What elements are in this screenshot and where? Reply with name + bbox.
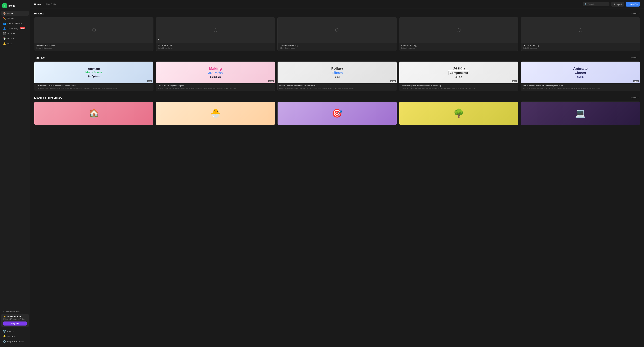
sidebar-item-my-files[interactable]: ✏️ My files bbox=[1, 16, 29, 21]
recent-name-1: 3d card - Portal bbox=[158, 44, 273, 47]
sidebar-logo[interactable]: i ilango bbox=[0, 2, 30, 11]
sidebar-bottom: + Create new team ⚡ Activate Super Unloc… bbox=[0, 309, 30, 345]
sidebar-label-inbox: Inbox bbox=[7, 42, 12, 45]
content-area: Recents View All → ⬡ Macbook Pro - Copy … bbox=[30, 9, 644, 347]
upgrade-button[interactable]: Upgrade bbox=[3, 321, 27, 325]
sidebar-item-home[interactable]: 🏠 Home bbox=[1, 11, 29, 16]
tutorial-card-4[interactable]: Animate Clones (in 3d) 24:52 How to anim… bbox=[521, 61, 640, 91]
sidebar-item-archive[interactable]: 🗑️ Archive bbox=[1, 329, 29, 334]
recent-thumb-1: ⬡ ✦ bbox=[156, 18, 275, 43]
recent-card-2[interactable]: ⬡ Macbook Pro - Copy Edited 6 months ago bbox=[278, 17, 397, 51]
create-team-label: + Create new team bbox=[3, 310, 20, 313]
tutorials-section: Tutorials View All → AnimateMulti-Scene(… bbox=[34, 56, 640, 91]
tutorial-thumb-1: Making 3D Paths (in Spline) 56:33 bbox=[156, 62, 275, 83]
logo-icon: i bbox=[2, 3, 7, 8]
activate-super-panel: ⚡ Activate Super Unlock all features on … bbox=[1, 314, 29, 327]
cube-icon-3: ⬡ bbox=[457, 27, 461, 33]
tutorial-desc-0: Hello! In this tutorial, you will learn … bbox=[36, 87, 152, 89]
recent-thumb-0: ⬡ bbox=[34, 18, 153, 43]
recent-name-4: Colorbox 2 - Copy bbox=[523, 44, 638, 47]
header-right: 🔍 ⬇ Import + New File bbox=[582, 2, 640, 7]
sidebar-item-updates[interactable]: ⭐ Updates bbox=[1, 334, 29, 339]
sidebar-label-community: Community bbox=[7, 27, 18, 30]
inbox-icon: 🔔 bbox=[3, 42, 6, 45]
recents-header: Recents View All → bbox=[34, 12, 640, 15]
tutorial-card-1[interactable]: Making 3D Paths (in Spline) 56:33 How to… bbox=[156, 61, 275, 91]
tutorial-card-0[interactable]: AnimateMulti-Scene(in Spline) 18:08 How … bbox=[34, 61, 154, 91]
library-card-4[interactable]: 💻 bbox=[521, 102, 640, 125]
library-grid: 🏠 🐣 🎯 🌳 bbox=[34, 102, 640, 125]
page-title: Home bbox=[34, 3, 41, 6]
recent-name-0: Macbook Pro - Copy bbox=[36, 44, 151, 47]
shared-icon: 👥 bbox=[3, 22, 6, 25]
sidebar-item-tutorials[interactable]: 🎬 Tutorials bbox=[1, 31, 29, 36]
home-icon: 🏠 bbox=[3, 12, 6, 15]
import-icon: ⬇ bbox=[614, 3, 615, 6]
super-icon: ⚡ bbox=[3, 315, 6, 318]
recent-date-1: Edited 2 months ago bbox=[158, 47, 273, 49]
recent-card-4[interactable]: ⬡ Colorbox 2 - Copy Edited 2 years ago bbox=[521, 17, 640, 51]
tutorial-card-2[interactable]: Follow Effects (in 3d) 06:18 How to crea… bbox=[278, 61, 397, 91]
library-card-2[interactable]: 🎯 bbox=[278, 102, 397, 125]
sidebar-item-community[interactable]: 👤 Community New! bbox=[1, 26, 29, 31]
sidebar-navigation: 🏠 Home ✏️ My files 👥 Shared with me 👤 Co… bbox=[0, 11, 30, 309]
recent-card-1[interactable]: ⬡ ✦ 3d card - Portal Edited 2 months ago bbox=[156, 17, 275, 51]
library-section: Examples From Library View All → 🏠 🐣 bbox=[34, 96, 640, 125]
cube-icon-1: ⬡ bbox=[214, 27, 218, 33]
recent-thumb-2: ⬡ bbox=[278, 18, 396, 43]
new-file-button[interactable]: + New File bbox=[626, 2, 640, 7]
activate-super-title: ⚡ Activate Super bbox=[3, 315, 27, 318]
cube-icon-4: ⬡ bbox=[578, 27, 582, 33]
tutorial-duration-0: 18:08 bbox=[147, 80, 152, 82]
recent-card-3[interactable]: ⬡ Colorbox 2 - Copy Edited 2 years ago bbox=[399, 17, 518, 51]
help-icon: ⚙️ bbox=[3, 340, 6, 343]
library-card-1[interactable]: 🐣 bbox=[156, 102, 275, 125]
updates-icon: ⭐ bbox=[3, 335, 6, 338]
library-icon: 📚 bbox=[3, 37, 6, 40]
search-box[interactable]: 🔍 bbox=[582, 2, 610, 6]
sidebar: i ilango 🏠 Home ✏️ My files 👥 Shared wit… bbox=[0, 0, 30, 347]
tutorial-title-4: How to animate clones for 3D motion grap… bbox=[522, 85, 638, 87]
sidebar-label-archive: Archive bbox=[7, 330, 14, 333]
recents-view-all[interactable]: View All → bbox=[630, 13, 640, 15]
tutorial-title-0: How to create 3d multi-scenes and import… bbox=[36, 85, 152, 87]
tutorial-title-1: How to create 3d paths in Spline bbox=[158, 85, 273, 87]
sidebar-item-inbox[interactable]: 🔔 Inbox bbox=[1, 41, 29, 46]
tutorials-view-all[interactable]: View All → bbox=[630, 57, 640, 59]
library-view-all[interactable]: View All → bbox=[630, 97, 640, 99]
tutorials-header: Tutorials View All → bbox=[34, 56, 640, 59]
sidebar-label-shared: Shared with me bbox=[7, 22, 22, 25]
sidebar-item-library[interactable]: 📚 Library bbox=[1, 36, 29, 41]
search-input[interactable] bbox=[588, 3, 608, 6]
library-header: Examples From Library View All → bbox=[34, 96, 640, 99]
recent-card-0[interactable]: ⬡ Macbook Pro - Copy Edited 2 minutes ag… bbox=[34, 17, 154, 51]
recent-date-3: Edited 2 years ago bbox=[401, 47, 516, 49]
header-left: Home + New Folder bbox=[34, 3, 58, 6]
import-button[interactable]: ⬇ Import bbox=[611, 2, 624, 7]
community-badge: New! bbox=[20, 27, 26, 29]
tutorials-icon: 🎬 bbox=[3, 32, 6, 35]
create-team-button[interactable]: + Create new team bbox=[1, 309, 29, 314]
library-icon-2: 🎯 bbox=[332, 108, 342, 118]
tutorial-duration-2: 06:18 bbox=[390, 80, 396, 82]
tutorial-card-3[interactable]: Design Components (in 3d) 14:51 How to d… bbox=[399, 61, 518, 91]
recents-grid: ⬡ Macbook Pro - Copy Edited 2 minutes ag… bbox=[34, 17, 640, 51]
edit-icon: ✏️ bbox=[3, 17, 6, 20]
new-folder-button[interactable]: + New Folder bbox=[43, 3, 58, 6]
tutorial-thumb-2: Follow Effects (in 3d) 06:18 bbox=[278, 62, 396, 83]
activate-super-subtitle: Unlock all features on Spline. bbox=[3, 318, 27, 320]
header: Home + New Folder 🔍 ⬇ Import + New File bbox=[30, 0, 644, 9]
file-icon-overlay: ✦ bbox=[158, 38, 160, 41]
cube-icon-2: ⬡ bbox=[335, 27, 339, 33]
recent-date-4: Edited 2 years ago bbox=[523, 47, 638, 49]
library-card-0[interactable]: 🏠 bbox=[34, 102, 154, 125]
archive-icon: 🗑️ bbox=[3, 330, 6, 333]
library-card-3[interactable]: 🌳 bbox=[399, 102, 518, 125]
tutorial-title-2: How to create an object follow interacti… bbox=[279, 85, 395, 87]
sidebar-label-updates: Updates bbox=[7, 335, 15, 338]
sidebar-item-shared[interactable]: 👥 Shared with me bbox=[1, 21, 29, 26]
tutorial-desc-4: Hello! In this tutorial, you will learn … bbox=[522, 87, 638, 89]
tutorials-title: Tutorials bbox=[34, 56, 44, 59]
sidebar-item-help[interactable]: ⚙️ Help & Feedback bbox=[1, 339, 29, 344]
recent-date-2: Edited 6 months ago bbox=[280, 47, 394, 49]
